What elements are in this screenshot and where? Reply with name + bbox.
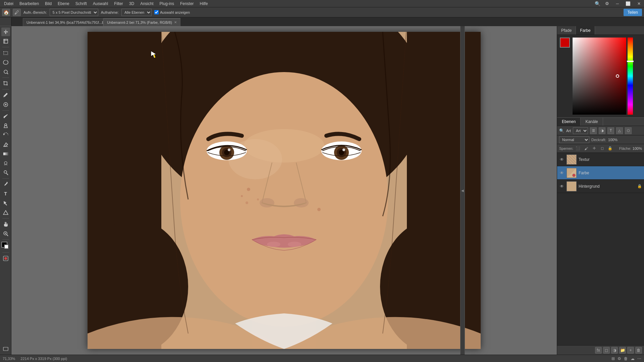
menu-fenster[interactable]: Fenster <box>177 1 197 7</box>
quick-mask-tool[interactable] <box>1 254 10 263</box>
auswahl-anzeigen-checkbox[interactable] <box>154 10 159 14</box>
filter-adjustment-btn[interactable]: ◑ <box>599 127 605 134</box>
layer-delete-button[interactable]: 🗑 <box>635 347 642 354</box>
menu-datei[interactable]: Datei <box>1 1 16 7</box>
artboard-tool[interactable] <box>1 37 10 46</box>
dodge-tool[interactable] <box>1 168 10 177</box>
right-panel-collapse-bar[interactable]: ◀ <box>460 26 465 355</box>
menu-ebene[interactable]: Ebene <box>55 1 72 7</box>
layer-fx-button[interactable]: fx <box>595 347 602 354</box>
home-button[interactable]: 🏠 <box>2 9 10 16</box>
menu-auswahl[interactable]: Auswahl <box>90 1 111 7</box>
lock-all-btn[interactable]: 🔒 <box>607 145 613 152</box>
kanaele-tab[interactable]: Kanäle <box>581 118 603 126</box>
quick-select-tool[interactable] <box>1 67 10 76</box>
color-pair <box>1 242 10 250</box>
sample-size-dropdown[interactable]: 5 x 5 Pixel Durchschnitt <box>50 9 98 16</box>
ebenen-tab[interactable]: Ebenen <box>557 118 581 126</box>
path-select-tool[interactable] <box>1 199 10 207</box>
eyedropper-tool[interactable] <box>1 91 10 100</box>
tab-2[interactable]: Unbenannt-2 bei 71,3% (Farbe, RGB/8) ✕ <box>103 18 180 26</box>
tab-1[interactable]: Unbenannt-1 bei 34,9% (bca77544d76c791f.… <box>23 18 103 26</box>
farbe-tab[interactable]: Farbe <box>576 26 595 35</box>
tool-preset-button[interactable]: 🖊 <box>13 9 21 16</box>
lock-position-btn[interactable]: ✛ <box>591 145 597 152</box>
svg-rect-12 <box>3 153 8 155</box>
svg-point-9 <box>4 117 5 118</box>
background-color[interactable] <box>4 244 9 249</box>
window-close-icon[interactable]: ✕ <box>635 1 643 7</box>
crop-tool[interactable] <box>1 79 10 88</box>
menu-hilfe[interactable]: Hilfe <box>197 1 211 7</box>
menu-plugins[interactable]: Plug-ins <box>157 1 177 7</box>
flaeche-value: 100% <box>633 146 642 150</box>
window-restore-icon[interactable]: ⬜ <box>624 1 633 7</box>
layer-textur-name: Textur <box>579 157 642 162</box>
status-more-btn[interactable]: ⋯ <box>637 356 641 361</box>
screen-mode-tool[interactable] <box>1 345 10 353</box>
gradient-tool[interactable] <box>1 149 10 158</box>
svg-point-46 <box>294 198 309 207</box>
art-dropdown[interactable]: Art <box>573 127 588 134</box>
menu-bearbeiten[interactable]: Bearbeiten <box>17 1 42 7</box>
aufnahme-dropdown[interactable]: Alle Ebenen <box>121 9 152 16</box>
layer-hintergrund-eye[interactable]: 👁 <box>559 184 565 189</box>
layer-farbe-eye[interactable]: 👁 <box>559 170 565 176</box>
filter-pixel-btn[interactable]: ☰ <box>590 127 597 134</box>
search-icon[interactable]: 🔍 <box>595 1 600 6</box>
layer-textur-eye[interactable]: 👁 <box>559 157 565 162</box>
stamp-tool[interactable] <box>1 121 10 130</box>
filter-shape-btn[interactable]: △ <box>616 127 623 134</box>
lock-transparent-btn[interactable]: ⬛ <box>575 145 581 152</box>
pen-tool[interactable] <box>1 180 10 189</box>
shape-tool[interactable] <box>1 208 10 217</box>
blur-tool[interactable] <box>1 159 10 168</box>
filter-smartobj-btn[interactable]: ⬡ <box>625 127 632 134</box>
view-options-icon[interactable]: ⚙ <box>603 0 611 7</box>
canvas-area[interactable]: ◀ <box>11 26 557 355</box>
lock-artboard-btn[interactable]: ◻ <box>599 145 605 152</box>
healing-tool[interactable] <box>1 100 10 109</box>
menu-schrift[interactable]: Schrift <box>73 1 90 7</box>
marquee-tool[interactable] <box>1 49 10 57</box>
layer-new-button[interactable]: + <box>627 347 634 354</box>
lasso-tool[interactable] <box>1 58 10 67</box>
layer-adjustment-button[interactable]: ◑ <box>611 347 618 354</box>
history-brush-tool[interactable] <box>1 131 10 139</box>
layer-farbe[interactable]: 👁 Farbe <box>557 166 644 180</box>
share-button[interactable]: Teilen <box>624 9 642 16</box>
canvas-image[interactable] <box>88 32 481 349</box>
status-trash-btn[interactable]: 🗑 <box>624 356 628 361</box>
pfade-tab[interactable]: Pfade <box>557 26 576 35</box>
tab-2-close[interactable]: ✕ <box>174 20 177 24</box>
auswahl-checkbox-label[interactable]: Auswahl anzeigen <box>154 10 190 14</box>
brush-tool[interactable] <box>1 112 10 121</box>
menu-3d[interactable]: 3D <box>126 1 137 7</box>
status-settings-btn[interactable]: ⚙ <box>618 356 621 361</box>
status-cloud-btn[interactable]: ☁ <box>631 356 635 361</box>
color-hue-bar[interactable] <box>628 38 633 115</box>
filter-text-btn[interactable]: T <box>607 127 614 134</box>
window-minimize-icon[interactable]: ─ <box>614 1 621 7</box>
lock-pixels-btn[interactable]: 🖌 <box>583 145 589 152</box>
menu-filter[interactable]: Filter <box>111 1 126 7</box>
color-gradient-field[interactable] <box>573 38 626 115</box>
move-tool[interactable] <box>1 27 10 36</box>
svg-point-49 <box>247 188 250 191</box>
zoom-tool[interactable] <box>1 229 10 238</box>
menu-bild[interactable]: Bild <box>42 1 54 7</box>
status-grid-btn[interactable]: ⊞ <box>611 356 615 361</box>
color-preview[interactable] <box>560 38 570 48</box>
hand-tool[interactable] <box>1 220 10 229</box>
layer-folder-button[interactable]: 📁 <box>619 347 626 354</box>
eraser-tool[interactable] <box>1 140 10 149</box>
text-tool[interactable]: T <box>1 189 10 198</box>
hue-bar[interactable] <box>628 38 633 115</box>
layer-mask-button[interactable]: ◻ <box>603 347 610 354</box>
blend-mode-dropdown[interactable]: Normal <box>559 136 589 143</box>
svg-point-44 <box>342 148 345 151</box>
layer-hintergrund[interactable]: 👁 Hintergrund 🔒 <box>557 180 644 193</box>
svg-point-48 <box>288 242 301 247</box>
menu-ansicht[interactable]: Ansicht <box>138 1 156 7</box>
layer-textur[interactable]: 👁 Textur <box>557 153 644 166</box>
